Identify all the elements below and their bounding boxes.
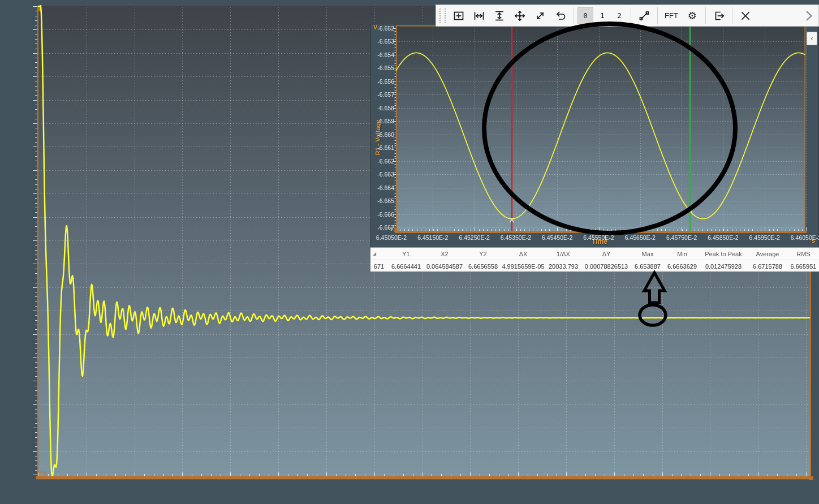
inset-collapse-button[interactable]: ‹ bbox=[807, 32, 817, 45]
fit-horizontal-icon[interactable] bbox=[469, 6, 489, 25]
inset-zoom-plot-canvas[interactable] bbox=[370, 24, 819, 272]
measurement-value: 6.653887 bbox=[631, 263, 665, 270]
measurement-value: 671 bbox=[370, 263, 387, 270]
cursor-probe-icon[interactable] bbox=[635, 6, 654, 25]
measurement-value: 20033.793 bbox=[545, 263, 582, 270]
toolbar-separator bbox=[631, 7, 631, 24]
measurement-column-header: Y2 bbox=[464, 251, 502, 257]
view-button-1[interactable]: 1 bbox=[594, 7, 610, 24]
measurement-column-header: Max bbox=[631, 251, 665, 257]
fit-vertical-icon[interactable] bbox=[490, 6, 509, 25]
settings-gear-icon[interactable]: ⚙ bbox=[683, 6, 702, 25]
view-button-0[interactable]: 0 bbox=[577, 7, 593, 24]
measurement-column-header: RMS bbox=[788, 251, 819, 257]
more-chevron-icon[interactable] bbox=[799, 6, 818, 25]
measurement-column-header: Y1 bbox=[387, 251, 425, 257]
measurement-column-header: Average bbox=[747, 251, 788, 257]
measurement-column-header: ΔY bbox=[582, 251, 631, 257]
export-icon[interactable] bbox=[709, 6, 729, 25]
fft-button[interactable]: FFT bbox=[661, 6, 682, 25]
measurement-column-header: Min bbox=[665, 251, 700, 257]
undo-icon[interactable] bbox=[551, 6, 570, 25]
measurement-value-row[interactable]: 6716.66644410.0645845876.66565584.991565… bbox=[370, 260, 819, 272]
measurement-column-header: X2 bbox=[425, 251, 464, 257]
row-selector-icon: ◢ bbox=[370, 251, 387, 256]
toolbar-separator bbox=[574, 7, 574, 24]
toolbar-grip bbox=[439, 8, 446, 23]
analysis-toolbar: 012FFT⚙ bbox=[436, 5, 819, 27]
waveform-analyzer-window: V R1 - Voltage Time s 0.0-0.5-1.0-1.5-2.… bbox=[0, 0, 819, 504]
measurement-value: 6.6664441 bbox=[387, 263, 425, 270]
toolbar-separator bbox=[732, 7, 732, 24]
close-icon[interactable] bbox=[736, 6, 755, 25]
measurement-value: 6.6715788 bbox=[747, 263, 788, 270]
zoom-free-icon[interactable] bbox=[531, 6, 550, 25]
zoom-select-icon[interactable] bbox=[449, 6, 468, 25]
measurement-value: 0.012475928 bbox=[700, 263, 747, 270]
measurement-value: 4.9915659E-05 bbox=[502, 263, 545, 270]
gear-glyph: ⚙ bbox=[688, 11, 697, 21]
measurement-value: 0.00078826513 bbox=[582, 263, 631, 270]
toolbar-separator bbox=[657, 7, 658, 24]
measurement-column-header: ΔX bbox=[502, 251, 545, 257]
measurement-table: ◢Y1X2Y2ΔX1/ΔXΔYMaxMinPeak to PeakAverage… bbox=[370, 247, 819, 272]
measurement-value: 6.6663629 bbox=[665, 263, 700, 270]
toolbar-separator bbox=[705, 7, 706, 24]
measurement-value: 6.6656558 bbox=[464, 263, 502, 270]
measurement-column-header: Peak to Peak bbox=[700, 251, 747, 257]
measurement-value: 0.064584587 bbox=[425, 263, 464, 270]
measurement-value: 6.665951 bbox=[788, 263, 819, 270]
measurement-column-header: 1/ΔX bbox=[545, 251, 582, 257]
measurement-header-row: ◢Y1X2Y2ΔX1/ΔXΔYMaxMinPeak to PeakAverage… bbox=[370, 248, 819, 260]
view-button-2[interactable]: 2 bbox=[611, 7, 627, 24]
pan-icon[interactable] bbox=[510, 6, 529, 25]
